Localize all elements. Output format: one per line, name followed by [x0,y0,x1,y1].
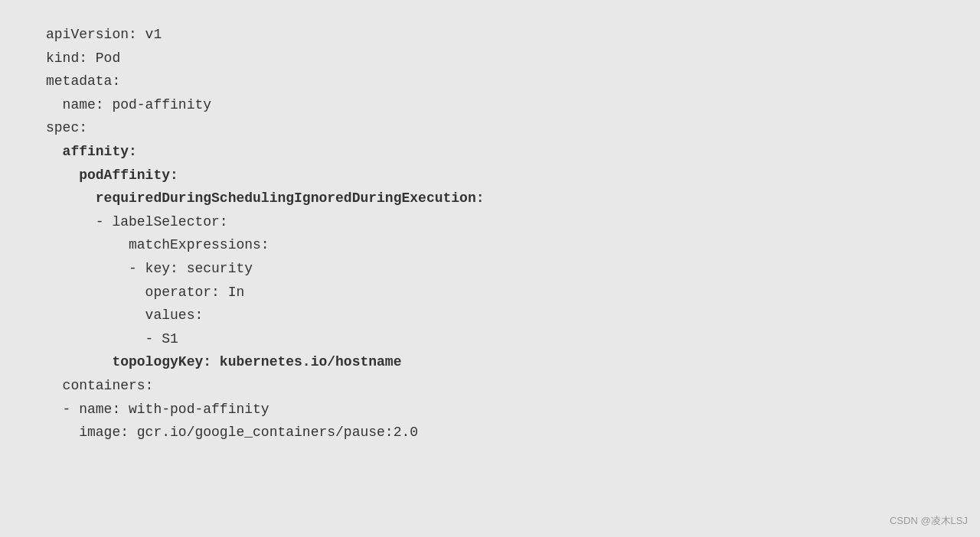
code-line: apiVersion: v1 [46,23,942,47]
code-line: - S1 [46,327,942,351]
code-line: operator: In [46,281,942,304]
code-line: image: gcr.io/google_containers/pause:2.… [46,421,942,444]
code-line: - key: security [46,257,942,281]
code-line: containers: [46,374,942,398]
code-line: name: pod-affinity [46,93,942,117]
code-line: kind: Pod [46,47,942,70]
code-line: requiredDuringSchedulingIgnoredDuringExe… [46,187,942,210]
code-line: topologyKey: kubernetes.io/hostname [46,350,942,374]
code-line: podAffinity: [46,164,942,187]
code-line: values: [46,304,942,327]
code-line: - labelSelector: [46,210,942,234]
watermark: CSDN @凌木LSJ [890,514,968,528]
code-block: apiVersion: v1kind: Podmetadata: name: p… [0,0,980,537]
code-line: spec: [46,116,942,140]
code-line: affinity: [46,140,942,164]
code-line: metadata: [46,70,942,93]
code-line: - name: with-pod-affinity [46,398,942,421]
code-line: matchExpressions: [46,233,942,257]
